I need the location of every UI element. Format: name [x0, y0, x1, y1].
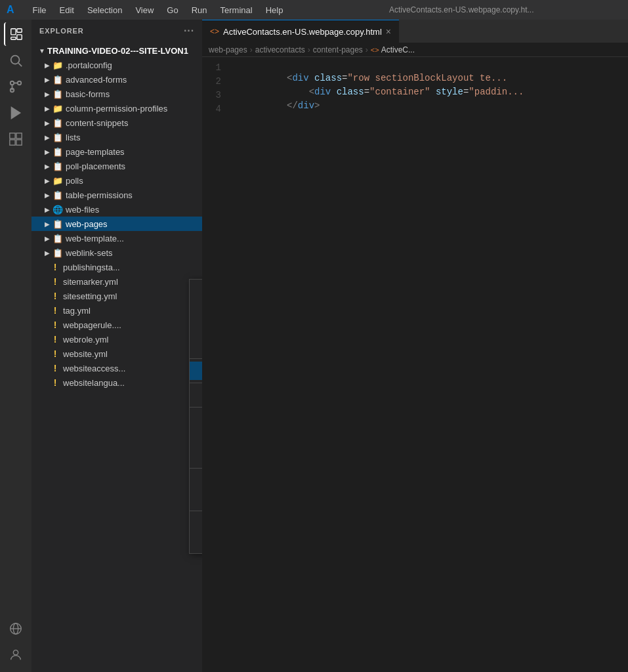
remote-activity-icon[interactable]: [4, 617, 28, 640]
sidebar: EXPLORER ··· ▼ TRAINING-VIDEO-02---SITE-…: [31, 20, 202, 672]
websiteaccess-label: websiteaccess...: [63, 364, 202, 373]
content-snippets-label: content-snippets: [66, 118, 202, 128]
sidebar-item-websiteaccess[interactable]: ! websiteaccess...: [31, 361, 202, 375]
sidebar-item-polls[interactable]: ▶ 📁 polls: [31, 173, 202, 188]
menu-selection[interactable]: Selection: [82, 4, 127, 16]
sidebar-item-advanced-forms[interactable]: ▶ 📋 advanced-forms: [31, 72, 202, 87]
sidebar-header: EXPLORER ···: [31, 20, 202, 42]
root-label: TRAINING-VIDEO-02---SITE-LVON1: [47, 46, 202, 56]
basic-forms-label: basic-forms: [66, 89, 202, 99]
breadcrumb-activecontacts: activecontacts: [255, 45, 305, 54]
webrole-icon: !: [50, 334, 60, 345]
search-activity-icon[interactable]: [4, 49, 28, 72]
advanced-forms-icon: 📋: [52, 74, 63, 85]
svg-rect-1: [17, 29, 22, 33]
context-menu-reveal[interactable]: Reveal in File Explorer Shift+Alt+R: [190, 319, 202, 337]
websiteaccess-icon: !: [50, 363, 60, 373]
sidebar-item-table-permissions[interactable]: ▶ 📋 table-permissions: [31, 188, 202, 202]
sidebar-item-lists[interactable]: ▶ 📋 lists: [31, 130, 202, 144]
sidebar-item-basic-forms[interactable]: ▶ 📋 basic-forms: [31, 87, 202, 101]
sidebar-content: ▼ TRAINING-VIDEO-02---SITE-LVON1 ▶ 📁 .po…: [31, 42, 202, 672]
activity-bar: [0, 20, 31, 672]
sidebar-item-weblink-sets[interactable]: ▶ 📋 weblink-sets: [31, 245, 202, 260]
sidebar-item-web-pages[interactable]: ▶ 📋 web-pages: [31, 217, 202, 231]
sidebar-options-button[interactable]: ···: [184, 25, 194, 37]
svg-rect-13: [16, 140, 22, 145]
svg-marker-9: [12, 108, 20, 119]
sidebar-item-sitesetting[interactable]: ! sitesetting.yml: [31, 289, 202, 303]
web-template-arrow: ▶: [42, 233, 52, 243]
lists-icon: 📋: [52, 132, 63, 142]
web-files-arrow: ▶: [42, 204, 52, 215]
context-menu-copy[interactable]: Copy Ctrl+C: [190, 429, 202, 447]
vscode-logo: A: [7, 4, 14, 16]
svg-rect-3: [11, 37, 16, 40]
menu-file[interactable]: File: [28, 4, 52, 16]
sidebar-item-content-snippets[interactable]: ▶ 📋 content-snippets: [31, 116, 202, 130]
source-control-activity-icon[interactable]: [4, 75, 28, 98]
separator-1: [190, 358, 202, 359]
breadcrumb-file: <> ActiveC...: [371, 45, 415, 54]
sidebar-title: EXPLORER: [39, 27, 84, 35]
separator-2: [190, 383, 202, 383]
context-menu-copy-path[interactable]: Copy Path Shift+Alt+C: [190, 471, 202, 490]
breadcrumb-sep-2: ›: [308, 45, 310, 54]
webrole-label: webrole.yml: [63, 335, 202, 345]
run-activity-icon[interactable]: [4, 101, 28, 125]
editor-tab-active[interactable]: <> ActiveContacts.en-US.webpage.copy.htm…: [202, 20, 399, 43]
sidebar-item-column-permission[interactable]: ▶ 📁 column-permission-profiles: [31, 101, 202, 116]
menu-help[interactable]: Help: [261, 4, 289, 16]
context-menu-delete[interactable]: Delete Delete: [190, 532, 202, 551]
sidebar-item-tag[interactable]: ! tag.yml: [31, 303, 202, 318]
context-menu-find-folder[interactable]: Find in Folder... Shift+Alt+F: [190, 386, 202, 404]
portalconfig-folder-icon: 📁: [52, 60, 63, 70]
context-menu-copy-relative[interactable]: Copy Relative Path Ctrl+K Ctrl+Shift+C: [190, 490, 202, 508]
portalconfig-label: .portalconfig: [66, 60, 202, 70]
col-perm-icon: 📁: [52, 103, 63, 114]
context-menu-cut[interactable]: Cut Ctrl+X: [190, 410, 202, 429]
breadcrumb-file-icon: <>: [371, 46, 379, 54]
svg-rect-0: [11, 29, 16, 35]
context-menu-power-pages[interactable]: Power Pages ▶: [190, 362, 202, 380]
context-menu-rename[interactable]: Rename... F2: [190, 514, 202, 532]
menu-bar[interactable]: File Edit Selection View Go Run Terminal…: [28, 4, 289, 16]
sidebar-item-webpagerule[interactable]: ! webpagerule....: [31, 318, 202, 332]
breadcrumb-web-pages: web-pages: [209, 45, 247, 54]
sidebar-item-websitelangua[interactable]: ! websitelangua...: [31, 375, 202, 390]
menu-terminal[interactable]: Terminal: [215, 4, 258, 16]
main-layout: EXPLORER ··· ▼ TRAINING-VIDEO-02---SITE-…: [0, 20, 628, 672]
extensions-activity-icon[interactable]: [4, 127, 28, 151]
sidebar-item-website[interactable]: ! website.yml: [31, 346, 202, 361]
context-menu-terminal[interactable]: Open in Integrated Terminal: [190, 337, 202, 356]
menu-view[interactable]: View: [130, 4, 159, 16]
poll-placements-label: poll-placements: [66, 161, 202, 171]
tag-icon: !: [50, 305, 60, 316]
sidebar-item-web-files[interactable]: ▶ 🌐 web-files: [31, 202, 202, 217]
content-snippets-arrow: ▶: [42, 117, 52, 128]
content-snippets-icon: 📋: [52, 117, 63, 128]
line-number-4: 4: [202, 104, 232, 114]
sidebar-item-portalconfig[interactable]: ▶ 📁 .portalconfig: [31, 58, 202, 72]
sidebar-root-item[interactable]: ▼ TRAINING-VIDEO-02---SITE-LVON1: [31, 43, 202, 58]
menu-run[interactable]: Run: [186, 4, 213, 16]
websitelangua-icon: !: [50, 377, 60, 388]
sidebar-item-webrole[interactable]: ! webrole.yml: [31, 332, 202, 346]
svg-point-4: [11, 56, 20, 64]
sitesetting-label: sitesetting.yml: [63, 291, 202, 301]
breadcrumb: web-pages › activecontacts › content-pag…: [202, 43, 628, 57]
sidebar-item-sitemarker[interactable]: ! sitemarker.yml: [31, 274, 202, 289]
menu-edit[interactable]: Edit: [54, 4, 79, 16]
context-menu-new-folder[interactable]: New Folder...: [190, 301, 202, 319]
sidebar-item-poll-placements[interactable]: ▶ 📋 poll-placements: [31, 159, 202, 173]
editor-tab-close-button[interactable]: ×: [386, 26, 391, 37]
explorer-activity-icon[interactable]: [4, 22, 28, 46]
separator-5: [190, 511, 202, 511]
web-files-icon: 🌐: [52, 204, 63, 215]
sidebar-item-page-templates[interactable]: ▶ 📋 page-templates: [31, 144, 202, 159]
context-menu-new-file[interactable]: New File...: [190, 282, 202, 301]
editor-area: <> ActiveContacts.en-US.webpage.copy.htm…: [202, 20, 628, 672]
sidebar-item-web-template[interactable]: ▶ 📋 web-template...: [31, 231, 202, 245]
account-activity-icon[interactable]: [4, 643, 28, 667]
menu-go[interactable]: Go: [161, 4, 183, 16]
sidebar-item-publishingsta[interactable]: ! publishingsta...: [31, 260, 202, 274]
